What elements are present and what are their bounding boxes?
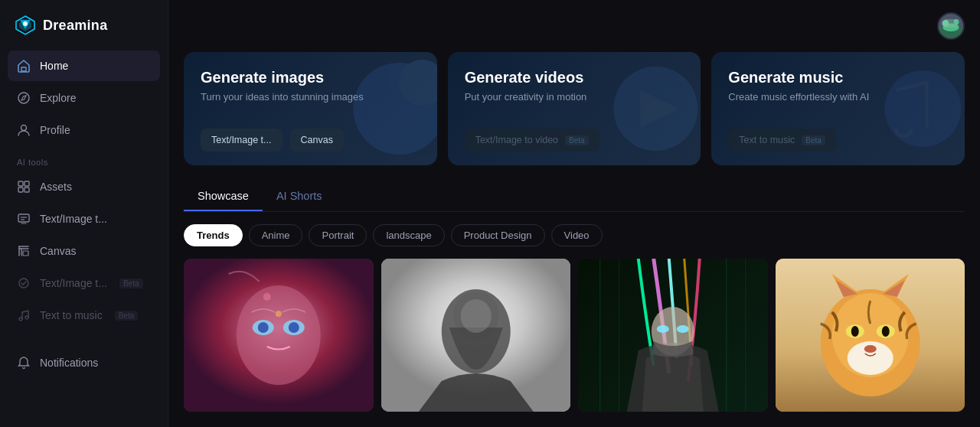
- svg-rect-3: [21, 67, 26, 71]
- sidebar-item-text-image-beta[interactable]: Text/Image t... Beta: [8, 268, 160, 298]
- svg-point-59: [864, 345, 876, 353]
- dreamina-logo-icon: [14, 14, 37, 37]
- top-bar: [184, 12, 965, 40]
- logo[interactable]: Dreamina: [0, 0, 168, 51]
- generate-music-card: Generate music Create music effortlessly…: [711, 52, 965, 165]
- svg-rect-10: [18, 214, 29, 222]
- svg-point-58: [881, 326, 889, 337]
- bell-icon: [17, 356, 31, 370]
- text-music-card-beta-badge: Beta: [802, 135, 825, 145]
- images-card-deco: [323, 52, 437, 165]
- sidebar-item-explore[interactable]: Explore: [8, 83, 160, 113]
- showcase-tabs: Showcase AI Shorts: [184, 184, 965, 212]
- text-music-button[interactable]: Text to music Beta: [728, 129, 836, 152]
- sidebar: Dreamina Home Explore Profile: [0, 0, 168, 427]
- user-avatar[interactable]: [937, 12, 965, 40]
- portrait-bw-svg: [381, 259, 571, 412]
- filter-landscape[interactable]: landscape: [373, 224, 444, 246]
- music-icon: [17, 308, 31, 322]
- tiger-svg: [776, 259, 965, 412]
- tab-showcase[interactable]: Showcase: [184, 184, 263, 211]
- filter-pills-row: Trends Anime Portrait landscape Product …: [184, 224, 965, 246]
- filter-trends[interactable]: Trends: [184, 224, 243, 246]
- sidebar-item-notifications-label: Notifications: [40, 357, 98, 369]
- sidebar-item-text-image-beta-label: Text/Image t...: [40, 277, 107, 289]
- profile-icon: [17, 123, 31, 137]
- svg-point-18: [19, 279, 28, 288]
- svg-point-38: [263, 293, 271, 301]
- explore-icon: [17, 91, 31, 105]
- svg-point-37: [276, 311, 282, 317]
- showcase-image-1[interactable]: [381, 259, 571, 412]
- text-image-button[interactable]: Text/Image t...: [201, 129, 283, 152]
- showcase-image-cyber-girl: [578, 259, 768, 412]
- music-card-deco: [851, 52, 965, 165]
- tools-section-label: AI tools: [8, 147, 160, 171]
- svg-point-42: [460, 299, 491, 333]
- filter-video[interactable]: Video: [551, 224, 603, 246]
- text-video-button[interactable]: Text/Image to video Beta: [465, 129, 599, 152]
- svg-rect-26: [944, 19, 958, 28]
- feature-cards-row: Generate images Turn your ideas into stu…: [184, 52, 965, 165]
- main-content: Generate images Turn your ideas into stu…: [168, 0, 980, 427]
- svg-rect-8: [18, 187, 23, 192]
- svg-point-20: [25, 316, 28, 319]
- sidebar-item-home[interactable]: Home: [8, 51, 160, 81]
- videos-card-deco: [587, 52, 701, 165]
- svg-rect-6: [18, 181, 23, 186]
- sidebar-item-notifications[interactable]: Notifications: [8, 347, 160, 378]
- showcase-image-robot-face: [184, 259, 374, 412]
- sidebar-navigation: Home Explore Profile AI tools: [0, 51, 168, 427]
- assets-icon: [17, 180, 31, 194]
- sidebar-item-text-image[interactable]: Text/Image t...: [8, 204, 160, 234]
- showcase-image-2[interactable]: [578, 259, 768, 412]
- tab-ai-shorts[interactable]: AI Shorts: [263, 184, 336, 211]
- svg-point-30: [885, 70, 962, 147]
- svg-point-32: [237, 285, 321, 385]
- text-image-icon: [17, 212, 31, 226]
- sidebar-item-text-music[interactable]: Text to music Beta: [8, 300, 160, 331]
- text-music-button-label: Text to music: [739, 135, 795, 145]
- sidebar-item-canvas-label: Canvas: [40, 245, 76, 257]
- sidebar-item-assets[interactable]: Assets: [8, 171, 160, 202]
- canvas-icon: [17, 244, 31, 258]
- sidebar-item-profile[interactable]: Profile: [8, 115, 160, 145]
- text-video-beta-badge: Beta: [565, 135, 589, 145]
- showcase-image-portrait-bw: [381, 259, 571, 412]
- avatar-image: [939, 12, 963, 40]
- svg-rect-7: [24, 181, 29, 186]
- svg-point-36: [289, 322, 299, 333]
- sidebar-item-profile-label: Profile: [40, 124, 70, 136]
- svg-point-45: [657, 325, 669, 333]
- text-video-button-label: Text/Image to video: [475, 135, 558, 145]
- svg-rect-9: [24, 187, 29, 192]
- showcase-image-grid: [184, 259, 965, 412]
- svg-point-57: [851, 326, 858, 337]
- svg-point-5: [21, 125, 27, 131]
- filter-product-design[interactable]: Product Design: [451, 224, 545, 246]
- sidebar-item-text-image-label: Text/Image t...: [40, 213, 107, 225]
- sidebar-item-home-label: Home: [40, 60, 68, 72]
- sidebar-item-canvas[interactable]: Canvas: [8, 236, 160, 266]
- svg-point-4: [18, 93, 29, 103]
- text-image-beta-icon: [17, 276, 31, 290]
- filter-portrait[interactable]: Portrait: [309, 224, 367, 246]
- showcase-image-0[interactable]: [184, 259, 374, 412]
- showcase-image-3[interactable]: [776, 259, 965, 412]
- generate-images-card: Generate images Turn your ideas into stu…: [184, 52, 437, 165]
- svg-point-2: [23, 21, 28, 26]
- text-image-beta-badge: Beta: [119, 279, 143, 288]
- svg-point-46: [677, 325, 689, 333]
- cyber-girl-svg: [578, 259, 768, 412]
- svg-point-19: [19, 318, 22, 321]
- text-music-beta-badge: Beta: [115, 311, 139, 321]
- sidebar-item-explore-label: Explore: [40, 92, 76, 104]
- svg-point-35: [258, 322, 269, 333]
- generate-videos-card: Generate videos Put your creativity in m…: [448, 52, 701, 165]
- robot-face-svg: [184, 259, 374, 412]
- sidebar-item-assets-label: Assets: [40, 181, 72, 193]
- showcase-image-tiger: [776, 259, 965, 412]
- sidebar-item-text-music-label: Text to music: [40, 309, 103, 321]
- filter-anime[interactable]: Anime: [249, 224, 303, 246]
- home-icon: [17, 59, 31, 73]
